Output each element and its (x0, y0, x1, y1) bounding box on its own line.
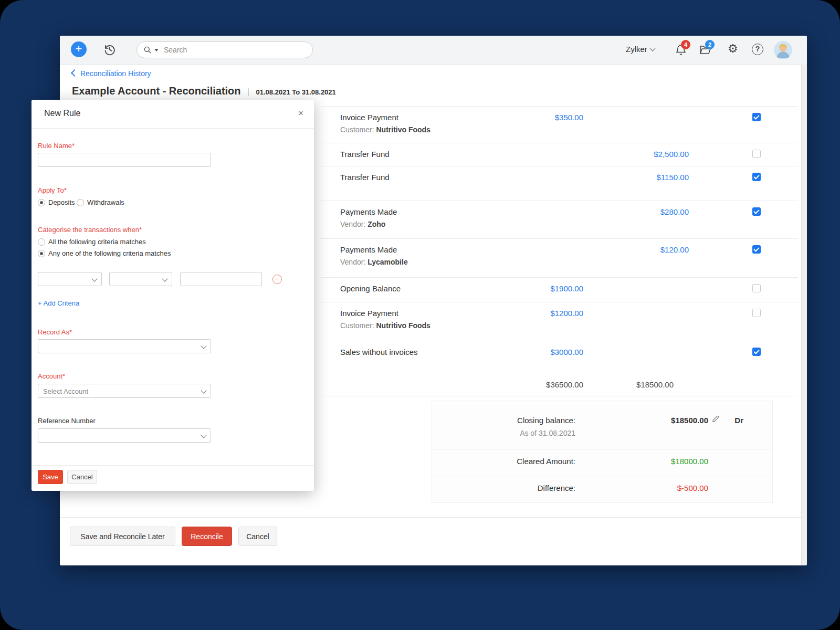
screenshot-stage: + Zylker 4 (0, 0, 840, 630)
notification-count-badge: 4 (681, 40, 690, 49)
transactions-table: Invoice Payment Customer: Nutritivo Food… (321, 106, 798, 107)
search-icon (143, 46, 152, 54)
criteria-value-input[interactable] (180, 272, 262, 286)
chevron-down-icon (201, 343, 206, 349)
difference-row: Difference: $-500.00 (432, 476, 772, 502)
modal-cancel-button[interactable]: Cancel (67, 470, 97, 484)
criteria-field-select[interactable] (38, 272, 102, 286)
documents-button[interactable]: 2 (699, 44, 711, 56)
rule-name-input[interactable] (38, 153, 211, 167)
row-checkbox[interactable] (752, 309, 761, 317)
table-totals-row: $36500.00 $18500.00 (321, 373, 798, 396)
dr-indicator: Dr (734, 416, 743, 425)
radio-icon (38, 250, 45, 257)
chevron-down-icon (201, 387, 206, 393)
date-range: 01.08.2021 To 31.08.2021 (248, 88, 336, 96)
apply-to-withdrawals-radio[interactable]: Withdrawals (77, 198, 124, 206)
reconcile-button[interactable]: Reconcile (182, 527, 232, 546)
row-amount: $120.00 (660, 245, 689, 254)
table-row: Sales without invoices $3000.00 (321, 341, 798, 373)
cancel-button[interactable]: Cancel (238, 527, 277, 546)
table-row: Opening Balance $1900.00 (321, 278, 798, 302)
reference-number-select[interactable] (38, 428, 211, 443)
row-checkbox[interactable] (752, 113, 761, 121)
back-chevron-icon (71, 69, 78, 77)
settings-gear-icon[interactable]: ⚙ (728, 43, 740, 55)
row-checkbox[interactable] (752, 348, 761, 356)
criteria-any-radio[interactable]: Any one of the following criteria matche… (38, 249, 171, 257)
table-row: Invoice Payment Customer: Nutritivo Food… (321, 302, 798, 341)
account-select[interactable]: Select Account (38, 384, 211, 398)
add-criteria-link[interactable]: + Add Criteria (38, 299, 79, 307)
new-rule-modal: New Rule × Rule Name* Apply To* Deposits… (32, 100, 314, 491)
cleared-amount-row: Cleared Amount: $18000.00 (432, 449, 772, 476)
topbar: + Zylker 4 (60, 36, 807, 65)
row-amount: $3000.00 (550, 348, 583, 356)
rule-name-label: Rule Name* (38, 142, 75, 150)
search-input[interactable] (163, 45, 306, 55)
row-checkbox[interactable] (752, 150, 761, 158)
breadcrumb[interactable]: Reconciliation History (72, 69, 151, 78)
quick-create-button[interactable]: + (71, 41, 87, 57)
reconcile-summary-panel: Closing balance: As of 31.08.2021 $18500… (432, 401, 773, 503)
close-icon[interactable]: × (296, 106, 306, 121)
recent-history-icon[interactable] (103, 43, 117, 56)
row-amount: $2,500.00 (654, 150, 689, 159)
row-amount: $1200.00 (550, 309, 583, 318)
apply-to-label: Apply To* (38, 186, 67, 194)
notifications-button[interactable]: 4 (675, 44, 687, 56)
closing-balance-row: Closing balance: As of 31.08.2021 $18500… (432, 401, 772, 449)
radio-icon (77, 199, 84, 206)
radio-icon (38, 199, 45, 206)
row-amount: $350.00 (555, 113, 583, 122)
documents-count-badge: 2 (705, 40, 715, 49)
record-as-select[interactable] (38, 339, 211, 353)
edit-pencil-icon[interactable] (711, 415, 720, 423)
closing-balance-value: $18500.00 (671, 416, 708, 425)
row-amount: $1150.00 (657, 173, 689, 182)
chevron-down-icon (91, 276, 97, 281)
chevron-down-icon (201, 432, 206, 438)
chevron-down-icon (649, 45, 655, 51)
row-checkbox[interactable] (752, 245, 761, 254)
criteria-all-radio[interactable]: All the following criteria matches (38, 238, 146, 246)
modal-save-button[interactable]: Save (38, 470, 63, 484)
search-scope-caret-icon[interactable] (154, 49, 159, 51)
deposit-total: $36500.00 (546, 380, 583, 389)
modal-header: New Rule × (32, 100, 314, 129)
save-reconcile-later-button[interactable]: Save and Reconcile Later (70, 527, 175, 546)
table-row: Transfer Fund $1150.00 (321, 166, 798, 201)
row-checkbox[interactable] (752, 173, 761, 181)
search-box[interactable] (136, 41, 313, 58)
chevron-down-icon (162, 276, 167, 281)
row-amount: $280.00 (660, 207, 689, 216)
apply-to-deposits-radio[interactable]: Deposits (38, 198, 75, 206)
difference-value: $-500.00 (677, 484, 708, 492)
help-icon[interactable]: ? (752, 44, 763, 55)
withdrawal-total: $18500.00 (636, 380, 674, 389)
page-title-row: Example Account - Reconciliation 01.08.2… (72, 85, 336, 97)
table-row: Transfer Fund $2,500.00 (321, 143, 798, 166)
categorise-label: Categorise the transactions when* (38, 226, 142, 234)
row-checkbox[interactable] (752, 207, 761, 216)
radio-icon (38, 238, 45, 246)
table-row: Payments Made Vendor: Zoho $280.00 (321, 201, 798, 239)
cleared-amount-value: $18000.00 (671, 457, 708, 466)
account-label: Account* (38, 372, 65, 380)
as-of-date: As of 31.08.2021 (517, 429, 575, 437)
row-amount: $1900.00 (550, 284, 583, 293)
user-avatar[interactable] (774, 41, 792, 59)
window-scrollbar[interactable] (801, 65, 807, 565)
row-checkbox[interactable] (752, 284, 761, 292)
table-row: Payments Made Vendor: Lycamobile $120.00 (321, 239, 798, 278)
footer-divider (60, 517, 807, 518)
criteria-comparator-select[interactable] (109, 272, 172, 286)
page-title: Example Account - Reconciliation (72, 85, 241, 97)
reference-number-label: Reference Number (38, 417, 96, 425)
org-switcher[interactable]: Zylker (626, 45, 655, 54)
table-row: Invoice Payment Customer: Nutritivo Food… (321, 107, 798, 143)
modal-title: New Rule (44, 109, 80, 118)
remove-criteria-icon[interactable] (272, 275, 282, 284)
record-as-label: Record As* (38, 328, 72, 336)
modal-footer-divider (32, 465, 314, 466)
